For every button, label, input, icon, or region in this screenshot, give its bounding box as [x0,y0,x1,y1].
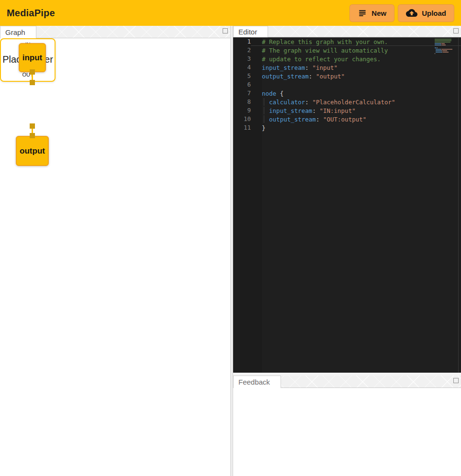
tab-feedback-label: Feedback [238,378,270,386]
cloud-upload-icon [406,7,417,19]
feedback-tab-strip: Feedback [233,376,461,388]
mediapipe-visualizer: MediaPipe New Upload Graph [0,0,461,476]
code-line: 6 [233,80,461,89]
feedback-content [233,388,461,476]
line-number: 4 [233,63,251,72]
port-placeholder-in [30,80,35,85]
code-line: 5output_stream: "output" [233,72,461,80]
code-line: 3# update to reflect your changes. [233,55,461,63]
tab-graph-label: Graph [5,28,25,36]
editor-maximize-icon[interactable] [453,28,459,33]
editor-panel: Editor 1# Replace this graph with your o… [233,26,461,373]
feedback-maximize-icon[interactable] [453,378,459,383]
line-number: 11 [233,123,251,132]
code-line: 8 calculator: "PlaceholderCalculator" [233,98,461,106]
tab-graph[interactable]: Graph [0,26,36,38]
code-line: 11} [233,123,461,132]
line-number: 7 [233,89,251,98]
graph-canvas[interactable]: input output IN Placeholder OUT [0,38,230,476]
code-line: 4input_stream: "input" [233,63,461,72]
graph-node-input[interactable]: input [19,43,46,72]
line-number: 1 [233,37,251,46]
node-input-label: input [22,53,43,63]
graph-maximize-icon[interactable] [223,28,228,33]
new-button[interactable]: New [349,4,394,22]
main-area: Graph input output IN Placeholder OUT [0,26,461,476]
line-number: 8 [233,98,251,106]
graph-node-output[interactable]: output [16,136,49,166]
feedback-panel: Feedback [233,376,461,476]
graph-tab-strip: Graph [0,26,230,38]
tab-editor[interactable]: Editor [233,26,268,37]
code-line: 9 input_stream: "IN:input" [233,106,461,115]
app-title: MediaPipe [7,8,55,19]
editor-tab-strip: Editor [233,26,461,37]
port-placeholder-out [30,123,35,129]
right-column: Editor 1# Replace this graph with your o… [233,26,461,476]
port-input-out [30,69,35,75]
tab-editor-label: Editor [238,28,257,36]
line-number: 10 [233,115,251,123]
tab-feedback[interactable]: Feedback [233,376,281,388]
header-actions: New Upload [349,4,454,22]
code-editor[interactable]: 1# Replace this graph with your own.2# T… [233,37,461,373]
app-header: MediaPipe New Upload [0,0,461,26]
port-output-in [30,133,35,138]
graph-panel: Graph input output IN Placeholder OUT [0,26,230,476]
notes-icon [358,8,367,18]
code-line: 2# The graph view will automatically [233,46,461,55]
line-number: 9 [233,106,251,115]
code-line: 7node { [233,89,461,98]
line-number: 3 [233,55,251,63]
code-line: 1# Replace this graph with your own. [233,37,461,46]
node-output-label: output [20,146,45,156]
line-number: 6 [233,80,251,89]
new-button-label: New [371,9,386,17]
code-line: 10 output_stream: "OUT:output" [233,115,461,123]
upload-button[interactable]: Upload [398,4,454,22]
line-number: 5 [233,72,251,80]
upload-button-label: Upload [422,9,446,17]
line-number: 2 [233,46,251,55]
